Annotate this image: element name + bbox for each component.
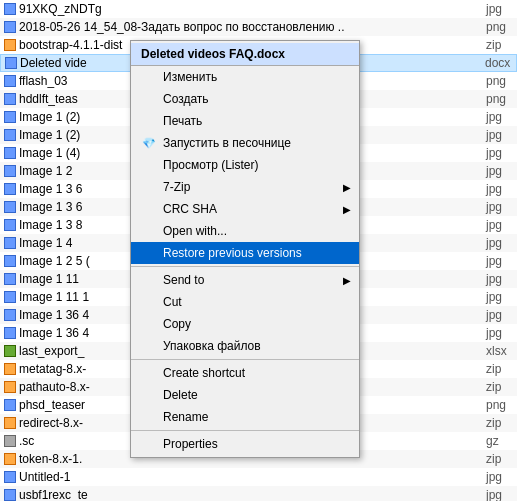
- menu-item-label: Cut: [163, 295, 182, 309]
- file-icon: [4, 291, 16, 303]
- file-ext: png: [478, 20, 513, 34]
- file-ext: jpg: [478, 254, 513, 268]
- menu-item-label: Запустить в песочнице: [163, 136, 291, 150]
- file-icon: [4, 363, 16, 375]
- file-ext: jpg: [478, 182, 513, 196]
- file-icon: [4, 417, 16, 429]
- file-ext: zip: [478, 416, 513, 430]
- file-name: usbf1rexc_te: [19, 488, 478, 501]
- context-menu-item-pack[interactable]: Упаковка файлов: [131, 335, 359, 357]
- file-ext: jpg: [478, 218, 513, 232]
- menu-item-label: CRC SHA: [163, 202, 217, 216]
- menu-item-label: Просмотр (Lister): [163, 158, 258, 172]
- context-menu-item-edit[interactable]: Изменить: [131, 66, 359, 88]
- file-ext: zip: [478, 452, 513, 466]
- file-icon: [4, 345, 16, 357]
- context-menu-item-restore[interactable]: Restore previous versions: [131, 242, 359, 264]
- menu-separator: [131, 430, 359, 431]
- file-icon: [4, 129, 16, 141]
- menu-separator: [131, 266, 359, 267]
- file-ext: jpg: [478, 290, 513, 304]
- file-ext: jpg: [478, 236, 513, 250]
- menu-item-label: Создать: [163, 92, 209, 106]
- context-menu-item-crcsha[interactable]: CRC SHA▶: [131, 198, 359, 220]
- submenu-arrow-icon: ▶: [343, 275, 351, 286]
- file-ext: xlsx: [478, 344, 513, 358]
- file-icon: [4, 39, 16, 51]
- menu-item-label: 7-Zip: [163, 180, 190, 194]
- file-icon: [4, 471, 16, 483]
- submenu-arrow-icon: ▶: [343, 182, 351, 193]
- file-icon: [4, 219, 16, 231]
- file-icon: [4, 237, 16, 249]
- file-row[interactable]: Untitled-1 jpg: [0, 468, 517, 486]
- file-ext: jpg: [478, 272, 513, 286]
- file-ext: jpg: [478, 110, 513, 124]
- file-row[interactable]: 2018-05-26 14_54_08-Задать вопрос по вос…: [0, 18, 517, 36]
- context-menu-item-sendto[interactable]: Send to▶: [131, 269, 359, 291]
- file-ext: jpg: [478, 164, 513, 178]
- menu-item-label: Send to: [163, 273, 204, 287]
- menu-separator: [131, 359, 359, 360]
- file-icon: [4, 489, 16, 501]
- context-menu-header: Deleted videos FAQ.docx: [131, 43, 359, 66]
- file-icon: [4, 399, 16, 411]
- file-icon: [5, 57, 17, 69]
- menu-item-label: Rename: [163, 410, 208, 424]
- file-ext: png: [478, 74, 513, 88]
- file-ext: png: [478, 398, 513, 412]
- file-icon: [4, 255, 16, 267]
- file-icon: [4, 309, 16, 321]
- file-name: 2018-05-26 14_54_08-Задать вопрос по вос…: [19, 20, 478, 34]
- file-icon: [4, 183, 16, 195]
- context-menu-item-properties[interactable]: Properties: [131, 433, 359, 455]
- context-menu-item-print[interactable]: Печать: [131, 110, 359, 132]
- file-icon: [4, 3, 16, 15]
- file-ext: jpg: [478, 2, 513, 16]
- file-icon: [4, 21, 16, 33]
- context-menu: Deleted videos FAQ.docx ИзменитьСоздатьП…: [130, 40, 360, 458]
- menu-item-label: Изменить: [163, 70, 217, 84]
- file-ext: zip: [478, 38, 513, 52]
- file-ext: jpg: [478, 470, 513, 484]
- file-icon: [4, 453, 16, 465]
- menu-item-label: Delete: [163, 388, 198, 402]
- file-icon: [4, 93, 16, 105]
- context-menu-item-rename[interactable]: Rename: [131, 406, 359, 428]
- context-menu-item-shortcut[interactable]: Create shortcut: [131, 362, 359, 384]
- file-ext: gz: [478, 434, 513, 448]
- file-ext: jpg: [478, 488, 513, 501]
- menu-item-label: Упаковка файлов: [163, 339, 261, 353]
- file-ext: jpg: [478, 326, 513, 340]
- menu-item-label: Copy: [163, 317, 191, 331]
- context-menu-item-cut[interactable]: Cut: [131, 291, 359, 313]
- context-menu-item-openwith[interactable]: Open with...: [131, 220, 359, 242]
- menu-item-label: Create shortcut: [163, 366, 245, 380]
- file-name: Untitled-1: [19, 470, 478, 484]
- file-ext: jpg: [478, 146, 513, 160]
- file-ext: jpg: [478, 200, 513, 214]
- file-icon: [4, 147, 16, 159]
- file-icon: [4, 75, 16, 87]
- submenu-arrow-icon: ▶: [343, 204, 351, 215]
- file-row[interactable]: usbf1rexc_te jpg: [0, 486, 517, 501]
- file-icon: [4, 165, 16, 177]
- file-icon: [4, 381, 16, 393]
- file-row[interactable]: 91XKQ_zNDTg jpg: [0, 0, 517, 18]
- context-menu-item-copy[interactable]: Copy: [131, 313, 359, 335]
- item-icon: 💎: [141, 137, 157, 150]
- file-ext: png: [478, 92, 513, 106]
- context-menu-item-7zip[interactable]: 7-Zip▶: [131, 176, 359, 198]
- file-icon: [4, 201, 16, 213]
- menu-item-label: Open with...: [163, 224, 227, 238]
- file-ext: docx: [477, 56, 512, 70]
- context-menu-item-create[interactable]: Создать: [131, 88, 359, 110]
- file-icon: [4, 111, 16, 123]
- file-ext: jpg: [478, 308, 513, 322]
- file-ext: jpg: [478, 128, 513, 142]
- file-icon: [4, 273, 16, 285]
- context-menu-item-sandbox[interactable]: 💎Запустить в песочнице: [131, 132, 359, 154]
- context-menu-item-lister[interactable]: Просмотр (Lister): [131, 154, 359, 176]
- context-menu-item-delete[interactable]: Delete: [131, 384, 359, 406]
- file-ext: zip: [478, 380, 513, 394]
